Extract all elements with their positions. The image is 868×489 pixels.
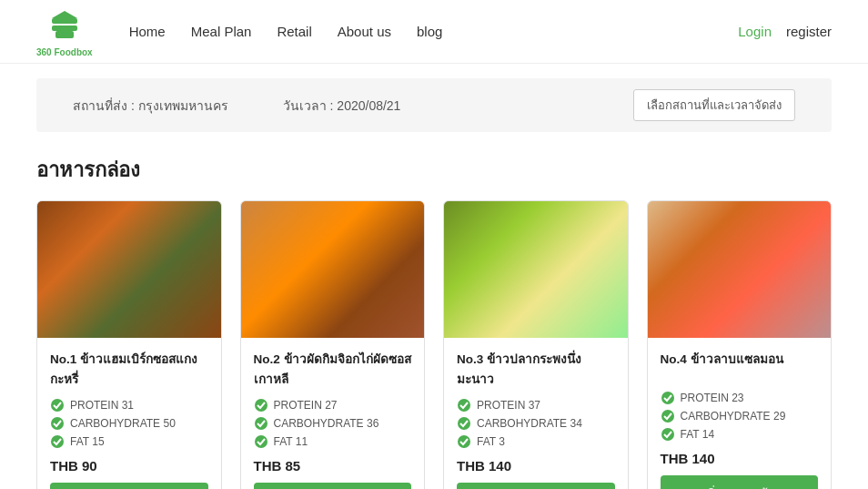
check-icon-3b (457, 416, 471, 431)
product-info-4: No.4 ข้าวลาบแซลมอน PROTEIN 23 CARBOHYDRA… (648, 338, 832, 489)
protein-row-4: PROTEIN 23 (661, 391, 819, 405)
check-icon-2a (254, 398, 268, 413)
location-label: สถานที่ส่ง : กรุงเทพมหานคร (73, 96, 228, 116)
svg-point-8 (255, 417, 267, 430)
carb-label-1: CARBOHYDRATE 50 (70, 417, 176, 430)
svg-point-11 (458, 417, 470, 430)
fat-label-3: FAT 3 (477, 435, 505, 448)
check-icon-1a (50, 398, 65, 413)
add-cart-button-3[interactable]: เพิ่มลงตะกร้า (457, 483, 615, 489)
section-title: อาหารกล่อง (0, 147, 868, 200)
protein-label-2: PROTEIN 27 (274, 399, 338, 412)
check-icon-2b (254, 416, 268, 431)
carb-row-3: CARBOHYDRATE 34 (457, 416, 615, 431)
product-info-2: No.2 ข้าวผัดกิมจิอกไก่ผัดซอสเกาหลี PROTE… (241, 338, 425, 489)
svg-point-9 (255, 435, 267, 448)
protein-row-1: PROTEIN 31 (50, 398, 208, 413)
product-info-1: No.1 ข้าวแฮมเบิร์กซอสแกงกะหรี่ PROTEIN 3… (37, 338, 221, 489)
price-4: THB 140 (661, 451, 819, 466)
protein-row-3: PROTEIN 37 (457, 398, 615, 413)
carb-label-3: CARBOHYDRATE 34 (477, 417, 582, 430)
select-location-button[interactable]: เลือกสถานที่และเวลาจัดส่ง (633, 89, 795, 121)
add-cart-button-4[interactable]: เพิ่มลงตะกร้า (661, 475, 819, 489)
svg-rect-3 (56, 31, 74, 38)
nav-about-us[interactable]: About us (338, 24, 391, 39)
check-icon-4a (661, 391, 675, 405)
nav-links: Home Meal Plan Retail About us blog (129, 24, 739, 39)
fat-label-2: FAT 11 (274, 435, 308, 448)
product-card-3: No.3 ข้าวปลากระพงนึ่งมะนาว PROTEIN 37 CA… (443, 200, 629, 489)
svg-point-5 (51, 417, 64, 430)
protein-label-4: PROTEIN 23 (681, 392, 744, 404)
fat-label-1: FAT 15 (70, 435, 105, 448)
product-image-2 (241, 201, 425, 338)
check-icon-4c (661, 427, 675, 442)
navbar: 360 Foodbox Home Meal Plan Retail About … (0, 0, 868, 64)
product-image-1 (37, 201, 221, 338)
info-bar: สถานที่ส่ง : กรุงเทพมหานคร วันเวลา : 202… (36, 78, 832, 132)
fat-row-1: FAT 15 (50, 434, 208, 449)
info-bar-left: สถานที่ส่ง : กรุงเทพมหานคร วันเวลา : 202… (73, 96, 400, 116)
fat-row-4: FAT 14 (661, 427, 819, 442)
logo: 360 Foodbox (36, 5, 93, 57)
date-label: วันเวลา : 2020/08/21 (283, 96, 401, 116)
logo-text: 360 Foodbox (36, 47, 93, 57)
check-icon-3a (457, 398, 471, 413)
svg-point-10 (458, 399, 470, 412)
product-name-1: No.1 ข้าวแฮมเบิร์กซอสแกงกะหรี่ (50, 349, 208, 389)
protein-row-2: PROTEIN 27 (254, 398, 412, 413)
check-icon-4b (661, 409, 675, 423)
nav-retail[interactable]: Retail (277, 24, 311, 39)
product-name-4: No.4 ข้าวลาบแซลมอน (661, 349, 819, 382)
carb-row-4: CARBOHYDRATE 29 (661, 409, 819, 423)
price-2: THB 85 (254, 458, 412, 474)
product-name-2: No.2 ข้าวผัดกิมจิอกไก่ผัดซอสเกาหลี (254, 349, 412, 389)
check-icon-1c (50, 434, 65, 449)
svg-rect-1 (52, 25, 77, 31)
svg-rect-0 (52, 18, 77, 24)
check-icon-2c (254, 434, 268, 449)
svg-point-12 (458, 435, 470, 448)
protein-label-1: PROTEIN 31 (70, 399, 134, 412)
product-image-3 (444, 201, 628, 338)
fat-row-3: FAT 3 (457, 434, 615, 449)
nav-meal-plan[interactable]: Meal Plan (191, 24, 252, 39)
product-name-3: No.3 ข้าวปลากระพงนึ่งมะนาว (457, 349, 615, 389)
logo-icon (45, 5, 85, 46)
check-icon-1b (50, 416, 65, 431)
add-cart-button-2[interactable]: เพิ่มลงตะกร้า (254, 483, 412, 489)
product-card-2: No.2 ข้าวผัดกิมจิอกไก่ผัดซอสเกาหลี PROTE… (240, 200, 426, 489)
add-cart-button-1[interactable]: เพิ่มลงตะกร้า (50, 483, 208, 489)
svg-point-4 (51, 399, 64, 412)
nav-home[interactable]: Home (129, 24, 166, 39)
svg-point-15 (661, 428, 674, 441)
product-info-3: No.3 ข้าวปลากระพงนึ่งมะนาว PROTEIN 37 CA… (444, 338, 628, 489)
svg-point-14 (661, 410, 674, 423)
fat-label-4: FAT 14 (681, 428, 715, 441)
price-1: THB 90 (50, 458, 208, 474)
product-grid: No.1 ข้าวแฮมเบิร์กซอสแกงกะหรี่ PROTEIN 3… (0, 200, 868, 489)
product-image-4 (648, 201, 832, 338)
svg-marker-2 (52, 11, 77, 18)
price-3: THB 140 (457, 458, 615, 474)
protein-label-3: PROTEIN 37 (477, 399, 540, 412)
check-icon-3c (457, 434, 471, 449)
svg-point-6 (51, 435, 64, 448)
nav-auth: Login register (738, 24, 832, 39)
carb-row-2: CARBOHYDRATE 36 (254, 416, 412, 431)
login-button[interactable]: Login (738, 24, 772, 39)
carb-label-2: CARBOHYDRATE 36 (274, 417, 379, 430)
nav-blog[interactable]: blog (417, 24, 442, 39)
carb-row-1: CARBOHYDRATE 50 (50, 416, 208, 431)
svg-point-7 (255, 399, 267, 412)
fat-row-2: FAT 11 (254, 434, 412, 449)
product-card-1: No.1 ข้าวแฮมเบิร์กซอสแกงกะหรี่ PROTEIN 3… (36, 200, 222, 489)
product-card-4: No.4 ข้าวลาบแซลมอน PROTEIN 23 CARBOHYDRA… (647, 200, 833, 489)
register-button[interactable]: register (786, 24, 832, 39)
svg-point-13 (661, 392, 674, 404)
carb-label-4: CARBOHYDRATE 29 (681, 410, 786, 423)
